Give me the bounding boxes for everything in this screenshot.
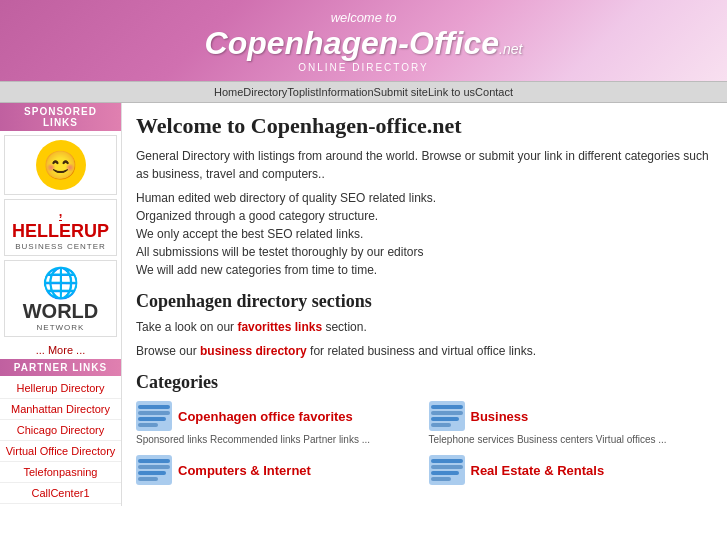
main-content: Welcome to Copenhagen-office.net General… [122, 103, 727, 506]
svg-rect-6 [431, 405, 463, 409]
main-layout: SPONSORED LINKS 😊 , HELLERUP BUSINESS CE… [0, 103, 727, 506]
svg-rect-19 [431, 477, 451, 481]
svg-rect-14 [138, 477, 158, 481]
ad-world[interactable]: 🌐 WORLD NETWORK [4, 260, 117, 337]
svg-rect-18 [431, 471, 459, 475]
svg-rect-7 [431, 411, 463, 415]
ad-hellerup[interactable]: , HELLERUP BUSINESS CENTER [4, 199, 117, 256]
categories-grid: Copenhagen office favorites Sponsored li… [136, 401, 713, 487]
sponsored-links-title: SPONSORED LINKS [0, 103, 121, 131]
ad-smiley[interactable]: 😊 [4, 135, 117, 195]
nav-link-to-us[interactable]: Link to us [428, 86, 475, 98]
nav-home[interactable]: Home [214, 86, 243, 98]
navbar: HomeDirectoryToplistInformationSubmit si… [0, 82, 727, 103]
svg-rect-17 [431, 465, 463, 469]
favorites-icon [136, 401, 172, 431]
nav-toplist[interactable]: Toplist [287, 86, 318, 98]
categories-heading: Categories [136, 372, 713, 393]
hellerup-logo-c: , [59, 204, 63, 221]
business-desc: Telephone services Business centers Virt… [429, 433, 714, 447]
nav-directory[interactable]: Directory [243, 86, 287, 98]
partner-link-callcenter[interactable]: CallCenter1 [0, 483, 121, 504]
world-logo: WORLD [9, 300, 112, 323]
svg-rect-2 [138, 411, 170, 415]
favorites-name[interactable]: Copenhagen office favorites [178, 409, 353, 424]
svg-rect-8 [431, 417, 459, 421]
partner-links-list: Hellerup Directory Manhattan Directory C… [0, 376, 121, 506]
svg-rect-3 [138, 417, 166, 421]
sections-heading: Copenhagen directory sections [136, 291, 713, 312]
svg-rect-12 [138, 465, 170, 469]
main-heading: Welcome to Copenhagen-office.net [136, 113, 713, 139]
title-net: .net [499, 41, 522, 57]
partner-links-title: PARTNER LINKS [0, 359, 121, 376]
category-favorites: Copenhagen office favorites Sponsored li… [136, 401, 421, 447]
smiley-icon: 😊 [36, 140, 86, 190]
site-title: Copenhagen-Office.net [0, 25, 727, 62]
business-paragraph: Browse our business directory for relate… [136, 342, 713, 360]
site-title-text: Copenhagen-Office.net [205, 25, 523, 61]
sidebar: SPONSORED LINKS 😊 , HELLERUP BUSINESS CE… [0, 103, 122, 506]
world-sub: NETWORK [9, 323, 112, 332]
svg-rect-1 [138, 405, 170, 409]
title-main: Copenhagen-Office [205, 25, 500, 61]
site-header: welcome to Copenhagen-Office.net ONLINE … [0, 0, 727, 82]
favorites-desc: Sponsored links Recommended links Partne… [136, 433, 421, 447]
svg-rect-13 [138, 471, 166, 475]
svg-rect-16 [431, 459, 463, 463]
partner-link-chicago[interactable]: Chicago Directory [0, 420, 121, 441]
partner-link-virtual[interactable]: Virtual Office Directory [0, 441, 121, 462]
category-favorites-title-row: Copenhagen office favorites [136, 401, 421, 431]
category-business: Business Telephone services Business cen… [429, 401, 714, 447]
business-icon [429, 401, 465, 431]
favorites-paragraph: Take a look on our favorittes links sect… [136, 318, 713, 336]
category-realestate-title-row: Real Estate & Rentals [429, 455, 714, 485]
svg-rect-11 [138, 459, 170, 463]
site-subtitle: ONLINE DIRECTORY [0, 62, 727, 73]
more-link[interactable]: ... More ... [0, 341, 121, 359]
computers-icon [136, 455, 172, 485]
favorites-link[interactable]: favorittes links [237, 320, 322, 334]
nav-information[interactable]: Information [319, 86, 374, 98]
hellerup-sub: BUSINESS CENTER [15, 242, 106, 251]
intro-paragraph: General Directory with listings from aro… [136, 147, 713, 183]
realestate-icon [429, 455, 465, 485]
globe-icon: 🌐 [9, 265, 112, 300]
realestate-name[interactable]: Real Estate & Rentals [471, 463, 605, 478]
category-business-title-row: Business [429, 401, 714, 431]
partner-link-hellerup[interactable]: Hellerup Directory [0, 378, 121, 399]
category-realestate: Real Estate & Rentals [429, 455, 714, 487]
partner-link-telefonpasning[interactable]: Telefonpasning [0, 462, 121, 483]
nav-contact[interactable]: Contact [475, 86, 513, 98]
bullets-paragraph: Human edited web directory of quality SE… [136, 189, 713, 279]
category-computers: Computers & Internet [136, 455, 421, 487]
partner-link-manhattan[interactable]: Manhattan Directory [0, 399, 121, 420]
svg-rect-4 [138, 423, 158, 427]
business-link[interactable]: business directory [200, 344, 307, 358]
business-name[interactable]: Business [471, 409, 529, 424]
computers-name[interactable]: Computers & Internet [178, 463, 311, 478]
category-computers-title-row: Computers & Internet [136, 455, 421, 485]
welcome-text: welcome to [0, 10, 727, 25]
svg-rect-9 [431, 423, 451, 427]
nav-submit[interactable]: Submit site [374, 86, 428, 98]
hellerup-name: HELLERUP [12, 222, 109, 242]
